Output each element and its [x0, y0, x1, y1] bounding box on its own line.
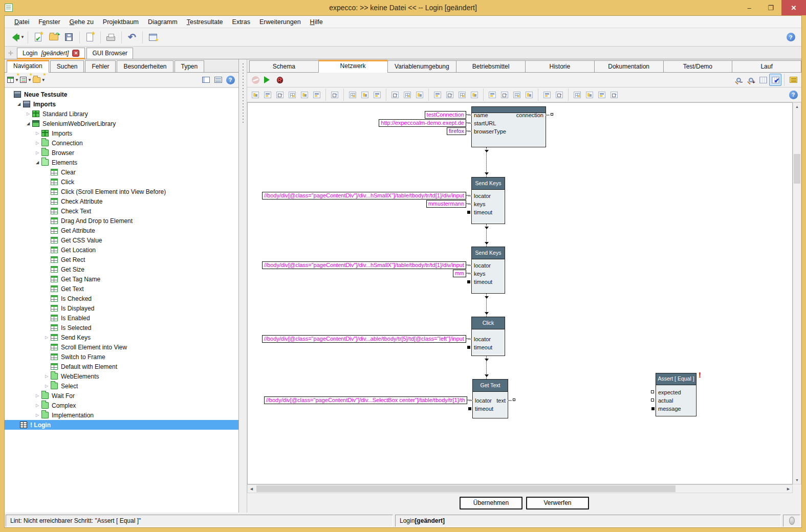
title-bar[interactable]: expecco: >> keine Datei << -- Login [geä…	[0, 0, 806, 15]
line-style-spline-icon[interactable]	[596, 88, 608, 101]
tab-typen[interactable]: Typen	[175, 60, 205, 72]
tree-item-complex[interactable]: ▷Complex	[5, 401, 238, 410]
expand-arrow-icon[interactable]: ▷	[33, 393, 41, 398]
pin-value[interactable]: //body/div[@class="pageContentDiv"]/div.…	[262, 261, 466, 269]
line-style-tree-icon[interactable]	[608, 88, 620, 101]
vertical-scroll-thumb[interactable]	[794, 154, 800, 184]
node-click[interactable]: Clicklocatortimeout	[471, 317, 505, 356]
tree-item-get-text[interactable]: Get Text	[5, 284, 238, 294]
tab-gui-browser[interactable]: GUI Browser	[86, 48, 133, 59]
expand-arrow-icon[interactable]: ▷	[24, 112, 32, 116]
tab-betriebsmittel[interactable]: Betriebsmittel	[456, 60, 525, 72]
tab-schema[interactable]: Schema	[249, 60, 318, 72]
settings-window-icon[interactable]	[145, 30, 161, 45]
tree-item-seleniumwebdriverlibrary[interactable]: ◢SeleniumWebDriverLibrary	[5, 119, 238, 128]
notes-icon[interactable]	[787, 74, 799, 86]
input-pin-connector[interactable]	[651, 390, 654, 393]
tree-item-click[interactable]: Click	[5, 177, 238, 187]
tree-item-is-displayed[interactable]: Is Displayed	[5, 303, 238, 313]
pin-insert-down-icon[interactable]	[359, 88, 371, 101]
align-top-icon[interactable]	[274, 88, 286, 101]
canvas-vertical-scrollbar[interactable]: ▲ ▼	[793, 102, 801, 484]
tab-login[interactable]: Login [geändert]✕	[17, 48, 85, 59]
tree-item-elements[interactable]: ◢Elements	[5, 158, 238, 167]
align-left-icon[interactable]	[249, 88, 262, 101]
add-output-pin-icon[interactable]	[401, 88, 413, 101]
expand-arrow-icon[interactable]: ▷	[42, 374, 51, 379]
tree-item-is-selected[interactable]: Is Selected	[5, 323, 238, 332]
zoom-in-icon[interactable]: +	[745, 74, 757, 86]
tree-item-get-location[interactable]: Get Location	[5, 245, 238, 255]
menu-extras[interactable]: Extras	[228, 17, 255, 27]
print-icon[interactable]	[103, 30, 119, 45]
output-pin-connector[interactable]	[551, 113, 553, 116]
tree-item-check-attribute[interactable]: Check Attribute	[5, 196, 238, 206]
scroll-left-icon[interactable]: ◀	[248, 485, 255, 493]
distribute-horizontal-icon[interactable]	[298, 88, 311, 101]
pin-value[interactable]: mm	[453, 270, 466, 277]
menu-diagramm[interactable]: Diagramm	[143, 17, 182, 27]
new-testcase-menu-icon[interactable]: ★▼	[7, 74, 19, 86]
open-file-icon[interactable]: ↷	[46, 30, 61, 45]
tree-item-get-attribute[interactable]: Get Attribute	[5, 226, 238, 235]
connection-line[interactable]	[486, 356, 487, 379]
tab-close-icon[interactable]: ✕	[72, 50, 79, 57]
menu-projektbaum[interactable]: Projektbaum	[98, 17, 143, 27]
add-step-icon[interactable]	[413, 88, 426, 101]
split-view-icon[interactable]	[212, 74, 224, 86]
dock-icon[interactable]: ✛	[6, 49, 15, 58]
tree-item-implementation[interactable]: ▷Implementation	[5, 410, 238, 420]
tree-item-send-keys[interactable]: ▷Send Keys	[5, 332, 238, 342]
tab-test-demo[interactable]: Test/Demo	[663, 60, 732, 72]
menu-fenster[interactable]: Fenster	[34, 17, 64, 27]
disconnect-pins-icon[interactable]	[553, 88, 565, 101]
new-folder-menu-icon[interactable]: ★▼	[32, 74, 46, 86]
add-input-pin-icon[interactable]	[389, 88, 401, 101]
apply-button[interactable]: Übernehmen	[460, 497, 522, 509]
panel-splitter[interactable]	[239, 59, 247, 513]
pin-value[interactable]: //body/div[@class="pageContentDiv"]/div.…	[264, 396, 467, 404]
tree-item-is-checked[interactable]: Is Checked	[5, 294, 238, 303]
collapse-arrow-icon[interactable]: ◢	[33, 160, 41, 165]
pin-lower-icon[interactable]	[498, 88, 511, 101]
tab-fehler[interactable]: Fehler	[85, 60, 116, 72]
tab-suchen[interactable]: Suchen	[50, 60, 84, 72]
new-document-icon[interactable]: ★	[82, 30, 98, 45]
step-settings-icon[interactable]	[431, 88, 444, 101]
input-pin-connector[interactable]	[467, 211, 470, 214]
tree-item-get-rect[interactable]: Get Rect	[5, 255, 238, 264]
tab-variablenumgebung[interactable]: Variablenumgebung	[387, 60, 456, 72]
tree-item-connection[interactable]: ▷Connection	[5, 138, 238, 148]
help-icon[interactable]: ?	[224, 74, 236, 86]
pin-insert-right-icon[interactable]	[371, 88, 383, 101]
pin-value[interactable]: //body/div[@class="pageContentDiv"]/div.…	[262, 335, 466, 343]
pin-rotate-icon[interactable]	[523, 88, 535, 101]
menu-gehe-zu[interactable]: Gehe zu	[65, 17, 98, 27]
menu-datei[interactable]: Datei	[10, 17, 34, 27]
tree-item-get-tag-name[interactable]: Get Tag Name	[5, 274, 238, 284]
tree-item-default-with-element[interactable]: Default with Element	[5, 362, 238, 371]
node-send-keys-2[interactable]: Send Keyslocatorkeystimeout	[471, 247, 505, 294]
tab-besonderheiten[interactable]: Besonderheiten	[117, 60, 173, 72]
undo-icon[interactable]: ↶	[124, 30, 140, 45]
tree-item-login[interactable]: ! Login	[5, 420, 238, 430]
tree-item-imports[interactable]: ▷Imports	[5, 128, 238, 138]
scroll-down-icon[interactable]: ▼	[793, 476, 801, 484]
tab-netzwerk[interactable]: Netzwerk	[318, 60, 387, 73]
collapse-arrow-icon[interactable]: ◢	[15, 102, 23, 106]
input-pin-connector[interactable]	[468, 407, 471, 410]
expand-arrow-icon[interactable]: ▷	[33, 141, 41, 145]
connection-line[interactable]	[486, 224, 487, 247]
align-bottom-icon[interactable]	[286, 88, 298, 101]
tab-lauf[interactable]: Lauf	[732, 60, 801, 72]
input-pin-connector[interactable]	[651, 407, 655, 410]
node-start-browser[interactable]: nameconnectionstartURLbrowserType	[471, 106, 546, 147]
discard-button[interactable]: Verwerfen	[526, 497, 589, 509]
save-icon[interactable]	[61, 30, 77, 45]
step-log-icon[interactable]	[468, 88, 481, 101]
node-send-keys-1[interactable]: Send Keyslocatorkeystimeout	[471, 177, 505, 224]
menu-erweiterungen[interactable]: Erweiterungen	[255, 17, 306, 27]
pin-value[interactable]: mmustermann	[426, 200, 466, 208]
menu-testresultate[interactable]: Testresultate	[182, 17, 228, 27]
node-assert-equal[interactable]: Assert [ Equal ]expectedactualmessage	[656, 373, 696, 416]
